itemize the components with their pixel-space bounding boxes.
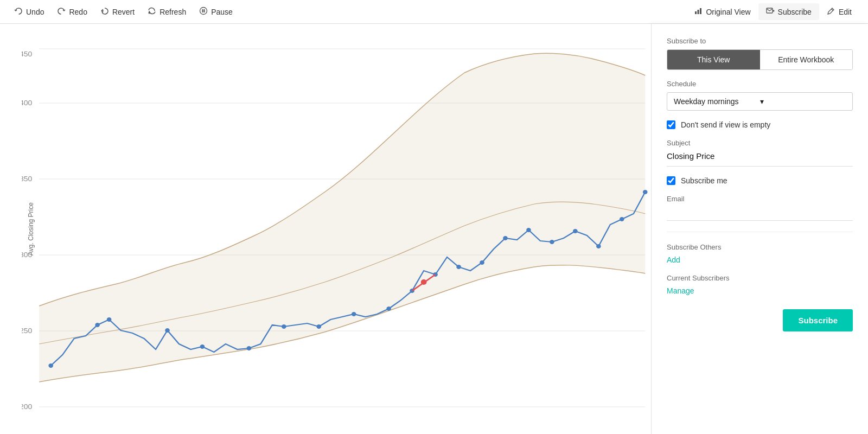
divider (667, 232, 853, 232)
schedule-value: Weekday mornings (674, 97, 760, 106)
svg-point-24 (95, 323, 100, 327)
svg-rect-2 (204, 9, 205, 12)
pause-icon (199, 7, 208, 17)
main-area: Avg. Closing Price 200 250 300 350 400 4… (0, 24, 868, 434)
undo-button[interactable]: Undo (9, 3, 49, 20)
svg-text:450: 450 (22, 50, 32, 58)
undo-icon (14, 7, 23, 17)
svg-point-23 (48, 363, 53, 368)
svg-point-27 (200, 344, 205, 349)
pause-label: Pause (211, 8, 233, 16)
chart-icon (694, 7, 703, 17)
svg-point-30 (316, 324, 321, 329)
chart-svg-container: 200 250 300 350 400 450 (22, 24, 651, 434)
pause-button[interactable]: Pause (194, 3, 238, 20)
current-subscribers-section: Current Subscribers Manage (667, 274, 853, 295)
svg-point-26 (165, 328, 170, 333)
revert-button[interactable]: Revert (95, 3, 140, 20)
redo-button[interactable]: Redo (52, 3, 92, 20)
svg-point-35 (456, 265, 461, 269)
revert-icon (100, 7, 109, 17)
subscribe-others-section: Subscribe Others Add (667, 243, 853, 264)
refresh-icon (148, 7, 156, 17)
subscribe-others-label: Subscribe Others (667, 243, 853, 251)
email-label: Email (667, 195, 853, 203)
subscribe-to-buttons: This View Entire Workbook (667, 49, 853, 70)
add-link[interactable]: Add (667, 256, 853, 264)
edit-label: Edit (839, 8, 852, 16)
svg-point-45 (421, 279, 427, 285)
svg-point-38 (526, 228, 531, 232)
dont-send-row: Don't send if view is empty (667, 120, 853, 129)
svg-point-41 (596, 244, 601, 248)
svg-rect-5 (700, 8, 701, 14)
email-input[interactable] (667, 207, 853, 221)
subscribe-me-label: Subscribe me (681, 176, 727, 185)
schedule-label: Schedule (667, 80, 853, 88)
redo-label: Redo (69, 8, 87, 16)
subject-section: Subject Closing Price (667, 139, 853, 167)
svg-point-36 (480, 260, 484, 265)
svg-point-43 (643, 190, 648, 194)
svg-text:200: 200 (22, 403, 32, 410)
svg-point-39 (550, 240, 554, 244)
this-view-button[interactable]: This View (667, 50, 760, 69)
svg-text:350: 350 (22, 175, 32, 182)
toolbar: Undo Redo Revert Refresh (0, 0, 868, 24)
subscribe-me-row: Subscribe me (667, 176, 853, 185)
revert-label: Revert (112, 8, 135, 16)
undo-label: Undo (26, 8, 44, 16)
svg-point-40 (573, 229, 578, 233)
manage-link[interactable]: Manage (667, 286, 853, 295)
subscribe-to-label: Subscribe to (667, 37, 853, 45)
svg-point-29 (282, 324, 286, 329)
svg-text:300: 300 (22, 251, 32, 258)
svg-point-28 (247, 346, 252, 350)
subscribe-toolbar-label: Subscribe (778, 8, 812, 16)
schedule-section: Schedule Weekday mornings ▾ (667, 80, 853, 111)
svg-point-31 (352, 312, 356, 316)
subscribe-to-section: Subscribe to This View Entire Workbook (667, 37, 853, 70)
subscribe-panel: Subscribe to This View Entire Workbook S… (651, 24, 868, 434)
toolbar-right: Original View Subscribe Edi (686, 3, 859, 20)
subject-value: Closing Price (667, 151, 853, 167)
refresh-label: Refresh (159, 8, 186, 16)
subject-label: Subject (667, 139, 853, 147)
svg-text:250: 250 (22, 327, 32, 334)
svg-line-9 (773, 11, 774, 12)
refresh-button[interactable]: Refresh (142, 3, 192, 20)
svg-point-25 (107, 317, 112, 322)
svg-point-42 (620, 217, 624, 221)
subscribe-toolbar-button[interactable]: Subscribe (758, 3, 819, 20)
schedule-dropdown[interactable]: Weekday mornings ▾ (667, 92, 853, 111)
current-subscribers-label: Current Subscribers (667, 274, 853, 282)
email-section: Email (667, 195, 853, 221)
svg-text:400: 400 (22, 99, 32, 106)
svg-rect-4 (698, 10, 699, 14)
subscribe-button[interactable]: Subscribe (783, 309, 853, 331)
redo-icon (57, 7, 66, 17)
dont-send-label: Don't send if view is empty (681, 120, 770, 129)
svg-point-32 (386, 307, 391, 311)
entire-workbook-button[interactable]: Entire Workbook (760, 50, 853, 69)
chevron-down-icon: ▾ (760, 97, 846, 106)
svg-point-0 (200, 8, 207, 15)
original-view-button[interactable]: Original View (686, 3, 758, 20)
edit-button[interactable]: Edit (819, 3, 859, 20)
edit-icon (827, 7, 835, 17)
subscribe-icon (766, 7, 775, 17)
svg-rect-1 (202, 9, 203, 12)
dont-send-checkbox[interactable] (667, 120, 675, 129)
chart-area: Avg. Closing Price 200 250 300 350 400 4… (0, 24, 651, 434)
subscribe-me-checkbox[interactable] (667, 176, 675, 185)
svg-rect-3 (695, 11, 697, 14)
original-view-label: Original View (706, 8, 750, 16)
svg-point-37 (503, 236, 508, 240)
